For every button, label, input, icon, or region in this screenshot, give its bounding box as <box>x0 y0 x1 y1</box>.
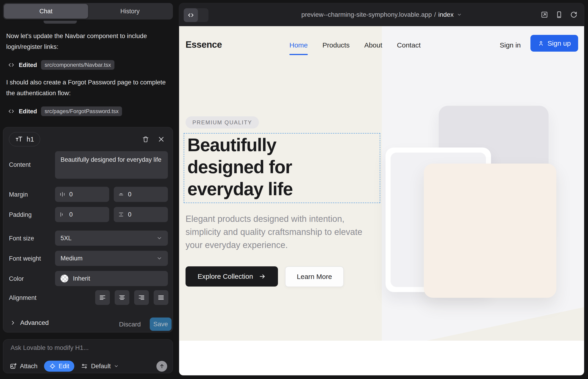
element-tag-name: h1 <box>27 136 34 143</box>
assistant-message: Now let's update the Navbar component to… <box>6 31 170 52</box>
site-viewport: Essence Home Products About Contact Sign… <box>179 26 584 375</box>
advanced-toggle[interactable]: Advanced <box>10 319 49 327</box>
font-size-label: Font size <box>9 235 34 242</box>
nav-link-contact[interactable]: Contact <box>397 41 421 49</box>
url-domain: preview--charming-site-symphony.lovable.… <box>301 11 432 18</box>
margin-horizontal-icon <box>59 191 66 198</box>
tab-chat[interactable]: Chat <box>4 4 88 19</box>
arrow-right-icon <box>259 273 266 280</box>
font-weight-select[interactable]: Medium <box>55 251 168 266</box>
font-weight-value: Medium <box>61 255 83 262</box>
mode-label: Default <box>91 363 111 370</box>
browser-actions <box>541 3 578 26</box>
edited-file-row: Edited src/components/Navbar.tsx <box>8 60 114 70</box>
send-button[interactable] <box>156 361 167 372</box>
hero-heading-line: Beautifully <box>187 134 293 156</box>
decorative-card-cream <box>424 164 556 298</box>
font-size-select[interactable]: 5XL <box>55 231 168 246</box>
padding-vertical-field[interactable]: 0 <box>114 207 168 222</box>
padding-horizontal-value: 0 <box>69 211 73 218</box>
chevron-right-icon <box>10 320 15 326</box>
content-input[interactable]: Beautifully designed for everyday life <box>55 151 168 179</box>
discard-button[interactable]: Discard <box>119 321 141 328</box>
refresh-button[interactable] <box>570 11 578 19</box>
sign-up-button[interactable]: Sign up <box>530 35 578 52</box>
scrolled-chip-partial <box>44 21 77 24</box>
mobile-view-button[interactable] <box>555 11 563 19</box>
padding-horizontal-icon <box>59 211 66 218</box>
color-label: Color <box>9 275 24 283</box>
advanced-label: Advanced <box>20 319 49 327</box>
open-external-button[interactable] <box>541 11 548 19</box>
margin-horizontal-field[interactable]: 0 <box>55 187 109 202</box>
selected-element-tag: h1 <box>9 132 40 146</box>
sidebar-tabbar: Chat History <box>3 3 173 19</box>
edit-mode-button[interactable]: Edit <box>44 361 75 372</box>
trash-icon <box>142 136 149 143</box>
preview-window: preview--charming-site-symphony.lovable.… <box>179 3 584 375</box>
preview-browser-bar: preview--charming-site-symphony.lovable.… <box>179 3 584 26</box>
delete-element-button[interactable] <box>140 133 152 145</box>
font-weight-label: Font weight <box>9 255 41 262</box>
element-editor-panel: h1 Content Beautifully designed for ever… <box>3 127 173 332</box>
hero-heading-line: everyday life <box>187 178 293 200</box>
site-nav-links: Home Products About Contact <box>289 41 421 49</box>
arrow-up-icon <box>159 363 165 369</box>
alignment-group <box>95 290 168 305</box>
align-right-button[interactable] <box>134 290 149 305</box>
margin-vertical-field[interactable]: 0 <box>114 187 168 202</box>
lovable-app-window: Chat History Now let's update the Navbar… <box>0 0 588 379</box>
mode-select[interactable]: Default <box>81 363 119 370</box>
preview-url[interactable]: preview--charming-site-symphony.lovable.… <box>179 3 584 26</box>
hero-description: Elegant products designed with intention… <box>186 212 371 252</box>
typography-icon <box>15 135 23 143</box>
edited-label: Edited <box>19 62 37 69</box>
content-field: Beautifully designed for everyday life <box>55 151 168 179</box>
save-button[interactable]: Save <box>150 317 171 331</box>
assistant-message: I should also create a Forgot Password p… <box>6 77 170 98</box>
alignment-label: Alignment <box>9 294 36 301</box>
padding-vertical-value: 0 <box>128 211 131 218</box>
attach-image-icon <box>10 363 17 370</box>
attach-button[interactable]: Attach <box>10 363 38 370</box>
refresh-icon <box>570 11 578 19</box>
chevron-down-icon <box>156 235 162 241</box>
color-field[interactable]: Inherit <box>55 271 168 286</box>
site-logo[interactable]: Essence <box>186 39 222 50</box>
composer-toolbar: Attach Edit Default <box>10 361 167 372</box>
chat-composer: Attach Edit Default <box>3 339 173 373</box>
sign-in-link[interactable]: Sign in <box>500 41 521 49</box>
external-link-icon <box>541 11 548 19</box>
margin-vertical-value: 0 <box>128 191 131 198</box>
color-value: Inherit <box>73 275 90 282</box>
sliders-icon <box>81 363 88 370</box>
nav-link-products[interactable]: Products <box>323 41 350 49</box>
person-icon <box>538 40 544 47</box>
color-swatch <box>61 275 68 283</box>
align-center-button[interactable] <box>115 290 129 305</box>
align-left-button[interactable] <box>95 290 110 305</box>
padding-label: Padding <box>9 211 32 218</box>
chat-input[interactable] <box>11 344 164 356</box>
tab-history[interactable]: History <box>88 4 172 19</box>
hero-heading[interactable]: Beautifully designed for everyday life <box>187 134 293 200</box>
align-justify-button[interactable] <box>154 290 168 305</box>
nav-link-about[interactable]: About <box>364 41 382 49</box>
padding-horizontal-field[interactable]: 0 <box>55 207 109 222</box>
quality-badge: PREMIUM QUALITY <box>186 116 259 128</box>
margin-vertical-icon <box>118 191 124 198</box>
url-separator: / <box>434 11 436 18</box>
edited-file-row: Edited src/pages/ForgotPassword.tsx <box>8 107 122 116</box>
url-page: index <box>438 11 454 18</box>
edited-file-chip[interactable]: src/pages/ForgotPassword.tsx <box>41 107 122 116</box>
learn-more-button[interactable]: Learn More <box>285 266 344 287</box>
close-panel-button[interactable] <box>155 133 167 145</box>
nav-link-home[interactable]: Home <box>289 41 308 49</box>
explore-collection-button[interactable]: Explore Collection <box>186 266 278 286</box>
content-label: Content <box>9 161 31 168</box>
chevron-down-icon <box>457 12 462 17</box>
smartphone-icon <box>555 11 563 19</box>
edited-file-chip[interactable]: src/components/Navbar.tsx <box>41 60 114 70</box>
edited-label: Edited <box>19 108 37 115</box>
site-navbar: Essence Home Products About Contact Sign… <box>179 26 584 63</box>
